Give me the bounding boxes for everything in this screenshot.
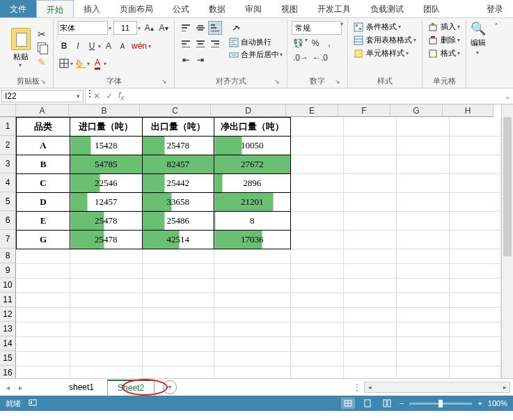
cell[interactable] xyxy=(449,193,500,212)
chevron-down-icon[interactable]: ▾ xyxy=(340,21,343,35)
paste-button[interactable]: 粘贴 ▾ xyxy=(7,21,35,75)
row-header-10[interactable]: 10 xyxy=(0,278,16,293)
align-bottom-button[interactable] xyxy=(208,21,222,35)
cell[interactable] xyxy=(396,322,449,337)
cell[interactable] xyxy=(449,155,500,174)
cell[interactable] xyxy=(449,279,500,293)
col-header-C[interactable]: C xyxy=(140,104,211,117)
cell[interactable] xyxy=(396,308,449,322)
add-sheet-button[interactable]: + xyxy=(163,380,177,394)
cell[interactable] xyxy=(449,322,500,337)
col-header-D[interactable]: D xyxy=(211,104,286,117)
cell[interactable]: 25442 xyxy=(142,174,214,193)
formula-input[interactable] xyxy=(129,88,502,104)
scrollbar-thumb[interactable] xyxy=(503,117,512,256)
row-header-11[interactable]: 11 xyxy=(0,293,16,307)
cell[interactable] xyxy=(142,264,214,279)
cell[interactable] xyxy=(214,366,291,379)
cell[interactable]: 25486 xyxy=(142,212,214,231)
cell[interactable] xyxy=(396,293,449,308)
cell[interactable] xyxy=(290,279,343,293)
cell[interactable] xyxy=(343,231,396,249)
collapse-ribbon-icon[interactable]: ˄ xyxy=(494,22,498,32)
fill-color-button[interactable] xyxy=(74,57,87,70)
row-header-2[interactable]: 2 xyxy=(0,136,16,155)
scroll-right-icon[interactable]: ▸ xyxy=(500,384,510,391)
cell[interactable] xyxy=(142,293,214,308)
normal-view-button[interactable] xyxy=(341,398,355,409)
cells-area[interactable]: 品类进口量（吨）出口量（吨）净出口量（吨）A154282547810050B54… xyxy=(16,117,501,378)
cell[interactable]: 出口量（吨） xyxy=(142,118,214,137)
row-header-9[interactable]: 9 xyxy=(0,263,16,278)
cell[interactable] xyxy=(142,322,214,337)
accept-formula-icon[interactable]: ✓ xyxy=(106,91,113,101)
table-format-button[interactable]: 套用表格格式▾ xyxy=(352,34,418,46)
cell[interactable] xyxy=(396,352,449,366)
chevron-down-icon[interactable]: ▾ xyxy=(98,43,101,49)
italic-button[interactable]: I xyxy=(72,40,84,52)
cancel-formula-icon[interactable]: ✕ xyxy=(93,91,100,101)
cell[interactable] xyxy=(70,249,142,264)
row-header-7[interactable]: 7 xyxy=(0,230,16,249)
format-cells-button[interactable]: 格式▾ xyxy=(427,47,461,59)
cell[interactable] xyxy=(214,293,291,308)
cell[interactable] xyxy=(17,337,70,352)
cell[interactable]: 进口量（吨） xyxy=(70,118,142,137)
chevron-down-icon[interactable]: ▾ xyxy=(476,49,479,56)
tab-developer[interactable]: 开发工具 xyxy=(308,0,361,17)
sheet-nav-next[interactable]: ▸ xyxy=(15,384,25,391)
cell[interactable]: B xyxy=(17,155,70,174)
tab-page-layout[interactable]: 页面布局 xyxy=(110,0,163,17)
cell[interactable] xyxy=(70,293,142,308)
cell[interactable] xyxy=(343,137,396,155)
cell[interactable] xyxy=(449,249,500,264)
superscript-button[interactable]: A xyxy=(102,40,115,52)
wrap-text-button[interactable]: 自动换行 xyxy=(229,37,283,47)
cell[interactable] xyxy=(290,193,343,212)
cell[interactable]: A xyxy=(17,137,70,155)
cell[interactable] xyxy=(343,212,396,231)
vertical-scrollbar[interactable] xyxy=(501,104,513,378)
cell[interactable] xyxy=(343,293,396,308)
bold-button[interactable]: B xyxy=(58,40,70,52)
zoom-value[interactable]: 100% xyxy=(488,399,507,407)
cell[interactable] xyxy=(70,366,142,379)
cell[interactable] xyxy=(449,231,500,249)
cell[interactable] xyxy=(343,322,396,337)
cell[interactable] xyxy=(142,308,214,322)
chevron-down-icon[interactable]: ▾ xyxy=(87,61,90,67)
cell[interactable] xyxy=(290,352,343,366)
cell[interactable] xyxy=(396,174,449,193)
chevron-down-icon[interactable]: ▾ xyxy=(104,61,106,67)
tab-team[interactable]: 团队 xyxy=(413,0,450,17)
cell[interactable] xyxy=(214,322,291,337)
tab-load-test[interactable]: 负载测试 xyxy=(361,0,413,17)
delete-cells-button[interactable]: 删除▾ xyxy=(427,34,461,46)
cell[interactable]: E xyxy=(17,212,70,231)
cell[interactable]: 27672 xyxy=(214,155,291,174)
align-left-button[interactable] xyxy=(179,37,193,51)
cell[interactable]: 82457 xyxy=(142,155,214,174)
zoom-out-button[interactable]: − xyxy=(400,399,404,407)
tab-formula[interactable]: 公式 xyxy=(163,0,199,17)
cell[interactable]: 25478 xyxy=(142,137,214,155)
cell[interactable] xyxy=(449,118,500,137)
cell[interactable] xyxy=(449,264,500,279)
align-center-button[interactable] xyxy=(194,37,207,51)
cell[interactable] xyxy=(17,249,70,264)
cell[interactable]: 10050 xyxy=(214,137,291,155)
increase-indent-button[interactable]: ⇥ xyxy=(194,53,207,67)
cell[interactable] xyxy=(142,279,214,293)
cell[interactable] xyxy=(396,212,449,231)
align-right-button[interactable] xyxy=(208,37,222,51)
cell[interactable]: 17036 xyxy=(214,231,291,249)
col-header-E[interactable]: E xyxy=(286,104,338,117)
align-top-button[interactable] xyxy=(179,21,193,35)
cell[interactable] xyxy=(70,264,142,279)
cell[interactable]: 2896 xyxy=(214,174,291,193)
row-header-13[interactable]: 13 xyxy=(0,322,16,336)
cell[interactable] xyxy=(17,352,70,366)
cell[interactable] xyxy=(290,308,343,322)
login-link[interactable]: 登录 xyxy=(477,0,513,17)
increase-font-button[interactable]: A▴ xyxy=(143,22,155,34)
